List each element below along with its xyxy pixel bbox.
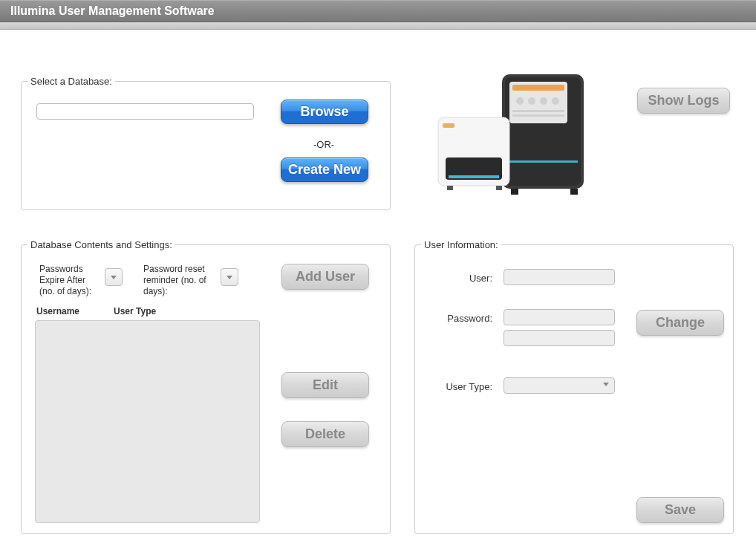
svg-point-7	[552, 97, 559, 105]
svg-rect-16	[449, 175, 499, 178]
database-contents-legend: Database Contents and Settings:	[27, 239, 175, 250]
password-input[interactable]	[504, 309, 615, 325]
create-new-button[interactable]: Create New	[281, 157, 368, 182]
password-label: Password:	[445, 313, 492, 324]
user-information-group: User Information: User: Password: Change…	[414, 239, 734, 534]
database-contents-group: Database Contents and Settings: Password…	[21, 239, 391, 534]
instrument-image	[425, 71, 591, 202]
svg-point-5	[528, 97, 535, 105]
user-information-legend: User Information:	[421, 239, 501, 250]
browse-button[interactable]: Browse	[281, 100, 368, 124]
passwords-expire-label: Passwords Expire After (no. of days):	[39, 264, 99, 297]
passwords-expire-dropdown[interactable]	[105, 268, 123, 286]
svg-rect-11	[511, 189, 518, 195]
user-label: User:	[463, 273, 492, 284]
select-database-group: Select a Database: Browse -OR- Create Ne…	[21, 76, 391, 210]
save-button[interactable]: Save	[636, 497, 724, 523]
add-user-button[interactable]: Add User	[281, 264, 369, 290]
user-list[interactable]	[35, 320, 260, 523]
svg-rect-18	[496, 186, 502, 190]
usertype-label: User Type:	[445, 381, 492, 392]
svg-rect-14	[443, 123, 454, 128]
svg-rect-10	[504, 160, 578, 163]
svg-rect-12	[570, 189, 578, 195]
svg-rect-9	[512, 114, 564, 117]
app-title: Illumina User Management Software	[10, 4, 215, 18]
or-text: -OR-	[313, 139, 334, 150]
select-database-legend: Select a Database:	[27, 76, 115, 87]
svg-rect-17	[447, 186, 453, 190]
usertype-dropdown[interactable]	[504, 377, 615, 394]
svg-rect-3	[512, 85, 564, 91]
edit-button[interactable]: Edit	[281, 372, 369, 398]
change-button[interactable]: Change	[636, 310, 724, 336]
sub-bar	[0, 22, 756, 30]
title-bar: Illumina User Management Software	[0, 0, 756, 22]
svg-point-4	[516, 97, 524, 105]
svg-rect-8	[512, 110, 564, 112]
svg-point-6	[540, 97, 547, 105]
show-logs-button[interactable]: Show Logs	[637, 88, 730, 114]
user-input[interactable]	[504, 269, 615, 285]
column-header-usertype: User Type	[114, 306, 156, 316]
password-confirm-input[interactable]	[504, 330, 615, 346]
database-path-input[interactable]	[36, 103, 254, 120]
column-header-username: Username	[36, 306, 79, 316]
delete-button[interactable]: Delete	[281, 421, 369, 447]
password-reset-dropdown[interactable]	[221, 268, 238, 286]
password-reset-label: Password reset reminder (no. of days):	[143, 264, 210, 297]
